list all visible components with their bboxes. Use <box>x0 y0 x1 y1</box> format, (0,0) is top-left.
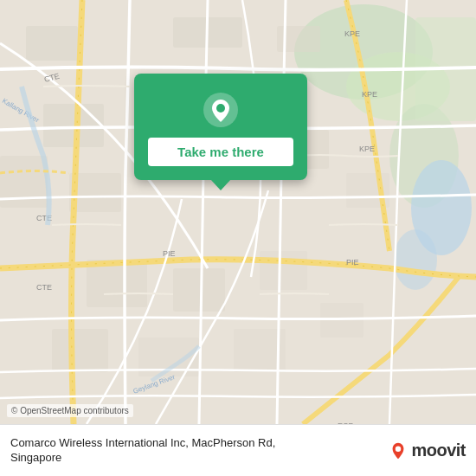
svg-rect-19 <box>52 329 108 372</box>
location-name: Comarco Wireless International Inc, MacP… <box>10 436 389 466</box>
map-container: CTE CTE CTE PIE PIE KPE KPE KPE ECP Kall… <box>0 0 476 424</box>
location-pin-icon <box>202 91 240 129</box>
svg-text:KPE: KPE <box>344 29 360 38</box>
moovit-label: moovit <box>411 441 466 460</box>
svg-text:PIE: PIE <box>163 249 176 258</box>
svg-rect-18 <box>260 251 307 290</box>
svg-point-35 <box>216 104 225 113</box>
svg-rect-17 <box>173 268 225 312</box>
svg-rect-7 <box>26 26 78 61</box>
svg-point-36 <box>396 446 401 451</box>
moovit-pin-icon <box>389 441 408 460</box>
svg-rect-22 <box>320 303 363 338</box>
svg-text:CTE: CTE <box>36 283 52 292</box>
popup-card: Take me there <box>134 74 307 180</box>
copyright-text: © OpenStreetMap contributors <box>7 404 133 417</box>
svg-point-6 <box>394 229 437 290</box>
bottom-bar: Comarco Wireless International Inc, MacP… <box>0 424 476 476</box>
take-me-there-button[interactable]: Take me there <box>148 138 293 166</box>
svg-text:PIE: PIE <box>346 258 359 267</box>
moovit-logo: moovit <box>389 441 466 460</box>
svg-text:KPE: KPE <box>359 145 375 153</box>
svg-text:KPE: KPE <box>362 90 377 99</box>
